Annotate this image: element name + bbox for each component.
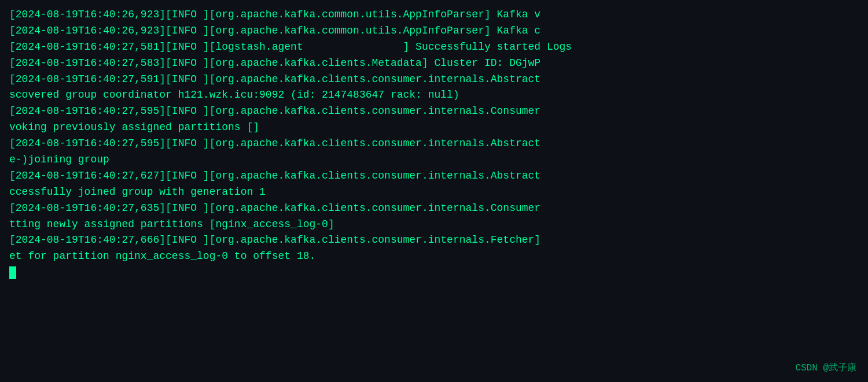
log-line: voking previously assigned partitions []: [9, 120, 859, 136]
log-line: tting newly assigned partitions [nginx_a…: [9, 217, 859, 233]
log-line: [2024-08-19T16:40:27,583][INFO ][org.apa…: [9, 55, 859, 72]
log-line: [2024-08-19T16:40:27,595][INFO ][org.apa…: [9, 136, 859, 152]
log-line: [2024-08-19T16:40:26,923][INFO ][org.apa…: [9, 7, 859, 23]
log-line: [2024-08-19T16:40:27,591][INFO ][org.apa…: [9, 72, 859, 88]
terminal-cursor: [9, 266, 16, 279]
terminal-window: [2024-08-19T16:40:26,923][INFO ][org.apa…: [0, 0, 868, 382]
watermark: CSDN @武子康: [795, 362, 856, 374]
log-line: et for partition nginx_access_log-0 to o…: [9, 249, 859, 265]
log-line: e-)joining group: [9, 152, 859, 168]
log-line: [2024-08-19T16:40:27,627][INFO ][org.apa…: [9, 168, 859, 184]
log-line: [2024-08-19T16:40:27,666][INFO ][org.apa…: [9, 232, 859, 249]
log-output: [2024-08-19T16:40:26,923][INFO ][org.apa…: [9, 7, 859, 281]
log-line: scovered group coordinator h121.wzk.icu:…: [9, 87, 859, 103]
log-line: [2024-08-19T16:40:26,923][INFO ][org.apa…: [9, 23, 859, 39]
log-line: [2024-08-19T16:40:27,581][INFO ][logstas…: [9, 39, 859, 55]
log-line: [2024-08-19T16:40:27,595][INFO ][org.apa…: [9, 103, 859, 120]
cursor-line: [9, 265, 859, 281]
log-line: ccessfully joined group with generation …: [9, 184, 859, 201]
log-line: [2024-08-19T16:40:27,635][INFO ][org.apa…: [9, 201, 859, 217]
